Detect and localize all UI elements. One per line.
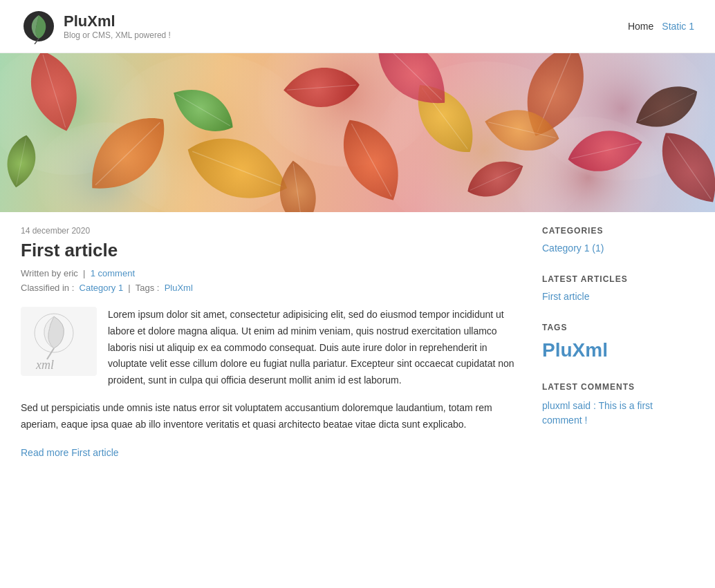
- classified-in-label: Classified in :: [21, 283, 74, 293]
- latest-articles-heading: LATEST ARTICLES: [542, 274, 694, 284]
- sidebar-latest-comments: LATEST COMMENTS pluxml said : This is a …: [542, 382, 694, 428]
- logo-title: PluXml: [64, 12, 171, 30]
- article-title: First article: [21, 240, 514, 261]
- article-classification: Classified in : Category 1 | Tags : PluX…: [21, 283, 514, 293]
- logo-text-block: PluXml Blog or CMS, XML powered !: [64, 12, 171, 40]
- tags-cloud: PluXml: [542, 339, 694, 361]
- written-by-label: Written by: [21, 268, 61, 278]
- article-inline-image: xml: [21, 307, 97, 376]
- category-1-link[interactable]: Category 1 (1): [542, 243, 604, 254]
- latest-comment-1-link[interactable]: pluxml said : This is a first comment !: [542, 400, 653, 426]
- category-link[interactable]: Category 1: [80, 283, 124, 293]
- banner-canvas: [0, 53, 715, 212]
- tag-link[interactable]: PluXml: [165, 283, 193, 293]
- comments-link[interactable]: 1 comment: [91, 268, 135, 278]
- article-date: 14 december 2020: [21, 226, 514, 236]
- logo-icon: [21, 8, 57, 44]
- logo-subtitle: Blog or CMS, XML powered !: [64, 30, 171, 40]
- nav-home-link[interactable]: Home: [628, 21, 653, 32]
- latest-article-1-link[interactable]: First article: [542, 291, 589, 302]
- latest-comments-heading: LATEST COMMENTS: [542, 382, 694, 392]
- article-meta: Written by eric | 1 comment: [21, 268, 514, 278]
- article-text-first: Lorem ipsum dolor sit amet, consectetur …: [108, 307, 514, 389]
- sidebar-latest-articles: LATEST ARTICLES First article: [542, 274, 694, 302]
- svg-text:xml: xml: [35, 358, 54, 371]
- latest-comment-1: pluxml said : This is a first comment !: [542, 399, 694, 428]
- sidebar-categories: CATEGORIES Category 1 (1): [542, 226, 694, 254]
- categories-list: Category 1 (1): [542, 243, 694, 254]
- content-area: 14 december 2020 First article Written b…: [21, 226, 514, 458]
- header: PluXml Blog or CMS, XML powered ! Home S…: [0, 0, 715, 53]
- read-more-link[interactable]: Read more First article: [21, 447, 119, 458]
- article-first-para: xml Lorem ipsum dolor sit amet, consecte…: [21, 307, 514, 389]
- main-nav: Home Static 1: [628, 21, 694, 32]
- tag-pluxml-link[interactable]: PluXml: [542, 339, 608, 361]
- article-text-second: Sed ut perspiciatis unde omnis iste natu…: [21, 400, 514, 433]
- nav-static-link[interactable]: Static 1: [662, 21, 694, 32]
- tags-heading: TAGS: [542, 323, 694, 332]
- logo-area: PluXml Blog or CMS, XML powered !: [21, 8, 171, 44]
- sidebar: CATEGORIES Category 1 (1) LATEST ARTICLE…: [542, 226, 694, 458]
- main-container: 14 december 2020 First article Written b…: [0, 212, 715, 472]
- tags-label: Tags :: [136, 283, 160, 293]
- categories-heading: CATEGORIES: [542, 226, 694, 236]
- banner: [0, 53, 715, 212]
- article-body: xml Lorem ipsum dolor sit amet, consecte…: [21, 307, 514, 433]
- author-name: eric: [64, 268, 78, 278]
- sidebar-tags: TAGS PluXml: [542, 323, 694, 361]
